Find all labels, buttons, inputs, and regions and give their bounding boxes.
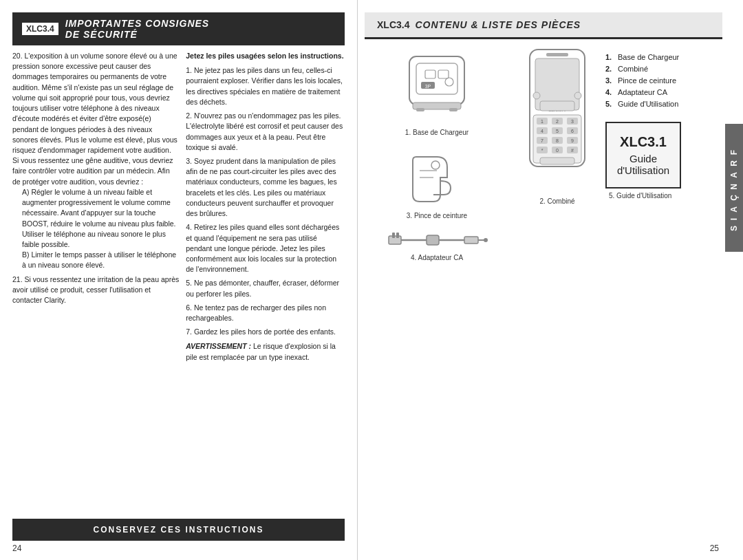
svg-rect-2 <box>425 70 435 78</box>
left-footer: CONSERVEZ CES INSTRUCTIONS <box>12 519 345 541</box>
part-label-3: Pince de ceinture <box>618 76 676 85</box>
svg-point-10 <box>431 161 440 169</box>
part-item-1: 1. Base de Chargeur <box>605 53 719 61</box>
part-item-3: 3. Pince de ceinture <box>605 76 719 85</box>
left-two-col: 20. L'exposition à un volume sonore élev… <box>0 45 357 519</box>
col2-item5: 5. Ne pas démonter, chauffer, écraser, d… <box>186 278 345 299</box>
svg-point-52 <box>574 92 581 99</box>
side-tab-text: F <box>729 144 739 155</box>
col2-item4: 4. Retirez les piles quand elles sont dé… <box>186 222 345 274</box>
part-label-1: Base de Chargeur <box>618 53 679 61</box>
phone-svg: 1 2 3 4 5 6 7 8 <box>516 46 599 197</box>
svg-text:3: 3 <box>571 119 574 124</box>
col2-item7: 7. Gardez les piles hors de portée des e… <box>186 327 345 337</box>
item-21-text: 21. Si vous ressentez une irritation de … <box>12 274 179 306</box>
col2-item2: 2. N'ouvrez pas ou n'endommagez pas les … <box>186 111 345 153</box>
side-tab: F R A N Ç A I S <box>725 124 743 252</box>
svg-text:3P: 3P <box>425 84 431 89</box>
xlc-box: XLC3.1 Guide d'Utilisation <box>605 122 681 189</box>
svg-rect-17 <box>464 237 478 244</box>
col2-header: Jetez les piles usagées selon les instru… <box>186 51 345 61</box>
col2-item3: 3. Soyez prudent dans la manipulation de… <box>186 156 345 219</box>
svg-rect-3 <box>438 70 449 78</box>
part-label-5: Guide d'Utilisation <box>618 100 678 108</box>
right-model-tag: XLC3.4 <box>377 19 409 30</box>
svg-text:5: 5 <box>556 129 559 133</box>
guide-caption: 5. Guide d'Utilisation <box>609 192 719 200</box>
svg-point-51 <box>533 92 540 99</box>
svg-text:0: 0 <box>556 148 559 153</box>
page-right: XLC3.4 Contenu & Liste des Pièces <box>358 0 743 560</box>
left-col1: 20. L'exposition à un volume sonore élev… <box>12 51 179 513</box>
phone-and-list: 1 2 3 4 5 6 7 8 <box>516 46 719 205</box>
right-parts-col: 1 2 3 4 5 6 7 8 <box>516 46 719 553</box>
combine-image-box: 1 2 3 4 5 6 7 8 <box>516 46 599 205</box>
svg-text:2: 2 <box>556 119 559 124</box>
part-label-2: Combiné <box>618 65 648 73</box>
pince-svg <box>396 143 478 212</box>
left-model-tag: XLC3.4 <box>22 23 58 35</box>
xlc-line1: Guide <box>615 153 671 164</box>
svg-rect-50 <box>540 158 574 164</box>
svg-text:9: 9 <box>571 138 574 143</box>
left-header: XLC3.4 Importantes Consignes De Sécurité <box>12 12 345 45</box>
item-a: A) Régler le volume à un niveau faible e… <box>22 187 179 250</box>
svg-rect-9 <box>449 108 457 111</box>
col2-item6: 6. Ne tentez pas de recharger des piles … <box>186 303 345 323</box>
left-title-block: Importantes Consignes De Sécurité <box>65 18 210 40</box>
part-label-4: Adaptateur CA <box>618 88 667 96</box>
charger-caption: 1. Base de Chargeur <box>405 129 469 136</box>
parts-list-container: 1. Base de Chargeur 2. Combiné 3. Pince … <box>605 46 719 205</box>
adaptateur-caption: 4. Adaptateur CA <box>411 254 463 261</box>
right-title: Contenu & Liste des Pièces <box>415 19 581 30</box>
charger-image-box: 3P 1. Base de Chargeur <box>365 46 509 136</box>
svg-rect-22 <box>546 53 568 56</box>
svg-point-4 <box>445 78 453 86</box>
right-main: 3P 1. Base de Chargeur <box>358 39 743 560</box>
warning-label: AVERTISSEMENT : <box>186 342 251 350</box>
part-item-5: 5. Guide d'Utilisation <box>605 100 719 108</box>
part-item-2: 2. Combiné <box>605 65 719 73</box>
svg-rect-15 <box>427 235 439 245</box>
page-number-left: 24 <box>12 543 21 553</box>
svg-text:#: # <box>571 148 574 153</box>
svg-text:*: * <box>541 148 543 153</box>
pince-image-box: 3. Pince de ceinture <box>365 143 509 219</box>
left-title-line2: De Sécurité <box>65 29 210 40</box>
part-num-1: 1. <box>605 53 615 61</box>
xlc-title: XLC3.1 <box>615 134 671 150</box>
svg-rect-49 <box>540 101 574 111</box>
part-item-4: 4. Adaptateur CA <box>605 88 719 96</box>
xlc-line2: d'Utilisation <box>615 164 671 176</box>
adaptateur-image-box: 4. Adaptateur CA <box>365 226 509 261</box>
item-20-text: 20. L'exposition à un volume sonore élev… <box>12 51 179 187</box>
charger-svg: 3P <box>392 46 482 129</box>
svg-text:1: 1 <box>541 119 543 124</box>
warning-text: AVERTISSEMENT : Le risque d'explosion si… <box>186 341 345 362</box>
svg-text:7: 7 <box>541 138 543 143</box>
images-column: 3P 1. Base de Chargeur <box>365 46 509 553</box>
adaptateur-svg <box>385 226 488 254</box>
part-num-2: 2. <box>605 65 615 73</box>
item-b: B) Limiter le temps passer à utiliser le… <box>22 250 179 270</box>
svg-rect-13 <box>396 233 399 238</box>
combine-caption: 2. Combiné <box>539 197 574 205</box>
left-col2: Jetez les piles usagées selon les instru… <box>186 51 345 513</box>
svg-rect-8 <box>416 108 424 111</box>
pince-caption: 3. Pince de ceinture <box>407 212 467 219</box>
page-number-right: 25 <box>710 543 719 553</box>
part-num-4: 4. <box>605 88 615 96</box>
svg-text:6: 6 <box>571 129 574 133</box>
left-title-line1: Importantes Consignes <box>65 18 210 29</box>
svg-point-19 <box>484 238 488 242</box>
page-left: XLC3.4 Importantes Consignes De Sécurité… <box>0 0 358 560</box>
svg-text:4: 4 <box>541 129 543 133</box>
svg-rect-12 <box>392 233 395 238</box>
svg-text:8: 8 <box>556 138 559 143</box>
col2-item1: 1. Ne jetez pas les piles dans un feu, c… <box>186 65 345 107</box>
right-header: XLC3.4 Contenu & Liste des Pièces <box>365 12 722 39</box>
part-num-3: 3. <box>605 76 615 85</box>
part-num-5: 5. <box>605 100 615 108</box>
